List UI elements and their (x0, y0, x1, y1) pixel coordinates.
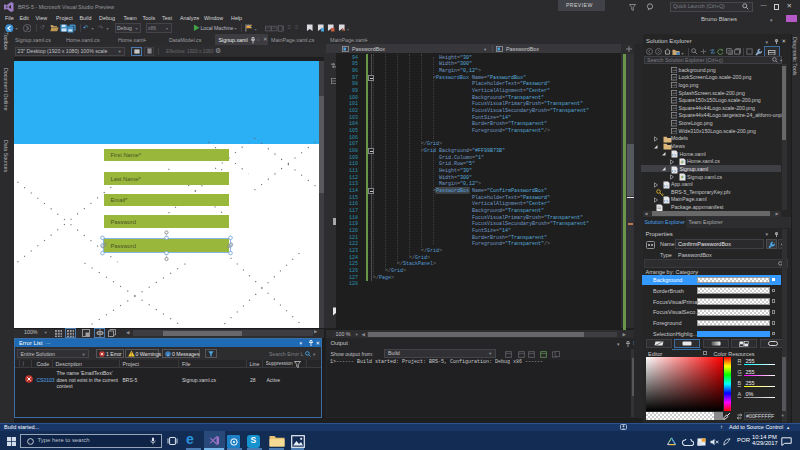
svg-text:i: i (168, 351, 169, 356)
svg-text:!: ! (131, 352, 132, 357)
